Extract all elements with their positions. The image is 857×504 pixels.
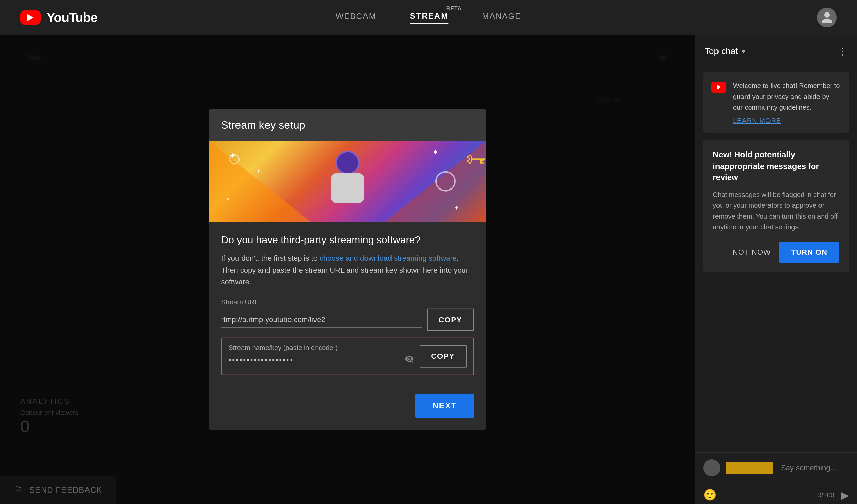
nav-tabs: WEBCAM STREAM BETA MANAGE xyxy=(336,11,521,24)
astronaut-body xyxy=(331,173,365,203)
eye-hide-icon[interactable] xyxy=(405,354,414,366)
next-button[interactable]: NEXT xyxy=(416,393,474,418)
char-count: 0/200 xyxy=(818,491,834,499)
copy-key-button[interactable]: COPY xyxy=(420,345,466,368)
chat-dropdown-arrow-icon: ▾ xyxy=(742,47,745,55)
main-area: Title ✏ Chat rev... ANALYTICS Concurrent… xyxy=(0,35,857,504)
chat-send-controls: 0/200 ▶ xyxy=(818,489,849,501)
turn-on-button[interactable]: TURN ON xyxy=(779,242,839,263)
stream-key-field-inner: Stream name/key (paste in encoder) •••••… xyxy=(229,343,415,369)
star-icon-2: ✦ xyxy=(256,168,261,174)
modal-header: Stream key setup xyxy=(209,110,486,141)
top-navigation: YouTube WEBCAM STREAM BETA MANAGE xyxy=(0,0,857,35)
modal-footer: NEXT xyxy=(209,393,486,430)
download-link[interactable]: choose and download streaming software xyxy=(320,254,457,263)
chat-input-placeholder: Say something... xyxy=(778,464,849,472)
stream-url-field-group: Stream URL COPY xyxy=(221,298,474,331)
astronaut-head xyxy=(336,151,359,175)
stream-key-dots: •••••••••••••••••• xyxy=(229,356,400,365)
star-icon-4: ✦ xyxy=(454,204,459,212)
chat-welcome-content: Welcome to live chat! Remember to guard … xyxy=(711,80,841,125)
chat-title: Top chat xyxy=(705,46,738,56)
left-content: Title ✏ Chat rev... ANALYTICS Concurrent… xyxy=(0,35,695,504)
youtube-logo-text: YouTube xyxy=(47,11,97,25)
chat-user-avatar xyxy=(703,459,720,476)
key-icon: 🗝 xyxy=(466,148,486,171)
astronaut-figure xyxy=(321,151,375,212)
star-icon-3: ✦ xyxy=(432,148,439,157)
yt-mini-icon xyxy=(711,82,726,93)
tab-manage[interactable]: MANAGE xyxy=(482,12,521,24)
stream-key-modal: Stream key setup ✦ ✦ ✦ ✦ ✦ xyxy=(209,110,486,430)
emoji-icon[interactable]: 🙂 xyxy=(703,488,717,501)
stream-key-label: Stream name/key (paste in encoder) xyxy=(229,343,415,351)
right-chat-panel: Top chat ▾ ⋮ Welcome to live chat! Remem… xyxy=(695,35,857,504)
modal-body: Do you have third-party streaming softwa… xyxy=(209,222,486,393)
tab-stream[interactable]: STREAM BETA xyxy=(410,11,448,24)
chat-more-options-icon[interactable]: ⋮ xyxy=(837,45,847,57)
chat-header: Top chat ▾ ⋮ xyxy=(695,35,857,64)
hold-messages-card: New! Hold potentially inappropriate mess… xyxy=(703,139,849,272)
stream-url-input-wrap xyxy=(221,312,422,327)
not-now-button[interactable]: NOT NOW xyxy=(733,248,771,257)
chat-emoji-bar: 🙂 0/200 ▶ xyxy=(695,483,857,504)
modal-illustration: ✦ ✦ ✦ ✦ ✦ 🗝 xyxy=(209,141,486,222)
chat-learn-more-link[interactable]: LEARN MORE xyxy=(733,117,841,125)
send-arrow-icon: ▶ xyxy=(841,489,849,501)
youtube-logo[interactable]: YouTube xyxy=(20,11,97,25)
chat-welcome-text: Welcome to live chat! Remember to guard … xyxy=(733,80,841,113)
chat-input-row: Say something... xyxy=(703,459,849,476)
tab-webcam[interactable]: WEBCAM xyxy=(336,12,376,24)
copy-url-button[interactable]: COPY xyxy=(427,308,474,331)
nav-right xyxy=(817,8,837,27)
circle-deco xyxy=(435,171,456,191)
stream-key-field-outer: Stream name/key (paste in encoder) •••••… xyxy=(221,337,474,375)
star-icon-5: ✦ xyxy=(226,196,230,202)
chat-input-area: Say something... xyxy=(695,452,857,483)
hold-title: New! Hold potentially inappropriate mess… xyxy=(713,149,839,183)
modal-description: If you don't, the first step is to choos… xyxy=(221,252,474,288)
chat-username-color xyxy=(726,462,773,474)
modal-question: Do you have third-party streaming softwa… xyxy=(221,234,474,246)
youtube-icon xyxy=(20,11,40,25)
send-message-button[interactable]: ▶ xyxy=(841,489,849,501)
chat-body: Welcome to live chat! Remember to guard … xyxy=(695,64,857,452)
stream-key-row: •••••••••••••••••• xyxy=(229,354,415,369)
stream-url-label: Stream URL xyxy=(221,298,474,306)
hold-desc: Chat messages will be flagged in chat fo… xyxy=(713,189,839,232)
user-avatar[interactable] xyxy=(817,8,837,27)
stream-url-input[interactable] xyxy=(221,315,422,324)
chat-welcome-text-block: Welcome to live chat! Remember to guard … xyxy=(733,80,841,125)
chat-welcome-card: Welcome to live chat! Remember to guard … xyxy=(703,72,849,133)
stream-url-row: COPY xyxy=(221,308,474,331)
circle-deco-sm xyxy=(229,154,239,165)
tri-left xyxy=(209,141,310,222)
chat-title-wrap[interactable]: Top chat ▾ xyxy=(705,46,745,56)
hold-actions: NOT NOW TURN ON xyxy=(713,242,839,263)
modal-title: Stream key setup xyxy=(221,119,474,131)
beta-badge: BETA xyxy=(446,6,462,12)
